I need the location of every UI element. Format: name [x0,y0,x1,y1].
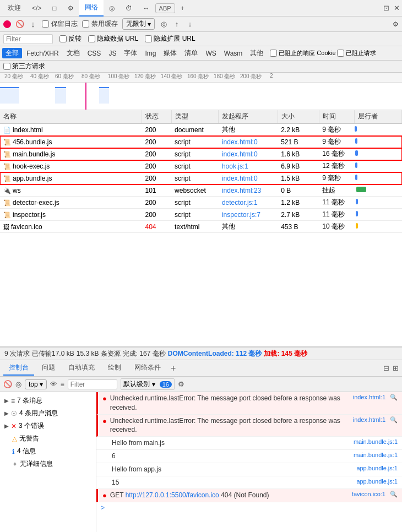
col-time-header[interactable]: 时间 [319,110,354,123]
console-toolbar: 🚫 ◎ top ▾ 👁 ≡ 默认级别 ▾ 16 ⚙ [0,377,402,392]
close-icon[interactable]: ✕ [394,4,400,12]
initiator-link[interactable]: detector.js:1 [222,199,258,207]
disable-cache-checkbox[interactable]: 禁用缓存 [82,19,118,29]
type-js-button[interactable]: JS [105,49,119,58]
undock-icon[interactable]: ⊡ [383,4,389,12]
type-doc-button[interactable]: 文档 [63,48,83,58]
table-row[interactable]: 📜456.bundle.js200scriptindex.html:0521 B… [0,136,402,148]
msg-link-2[interactable]: index.html:1 [353,416,385,423]
type-css-button[interactable]: CSS [84,49,105,58]
upload-icon[interactable]: ↑ [172,20,181,29]
console-clear-icon[interactable]: 🚫 [3,380,12,388]
col-size-header[interactable]: 大小 [278,110,319,123]
type-img-button[interactable]: Img [142,49,159,58]
file-name: detector-exec.js [13,199,59,207]
col-initiator-header[interactable]: 发起程序 [219,110,278,123]
table-row[interactable]: 📜detector-exec.js200scriptdetector.js:11… [0,197,402,209]
sidebar-item-verbose[interactable]: ✦ 无详细信息 [0,458,96,470]
settings-icon[interactable]: ⚙ [393,20,399,28]
tab-abp[interactable]: ABP [155,3,175,13]
anti-filter-cb[interactable]: 反转 [59,34,82,44]
hide-ext-url-cb[interactable]: 隐藏扩展 URL [145,34,195,44]
type-manifest-button[interactable]: 清单 [181,48,201,58]
third-party-cb[interactable]: 第三方请求 [3,62,45,71]
console-filter-input[interactable] [68,379,117,389]
tick-20: 20 毫秒 [4,73,23,80]
msg-link-5[interactable]: app.bundle.js:1 [356,465,398,471]
preserve-log-checkbox[interactable]: 保留日志 [42,19,78,29]
console-tab-main[interactable]: 控制台 [3,361,34,376]
type-font-button[interactable]: 字体 [121,48,140,58]
block-icon[interactable]: ◎ [159,20,168,29]
type-all-button[interactable]: 全部 [2,48,22,58]
filter-input[interactable] [3,34,53,44]
initiator-link[interactable]: inspector.js:7 [222,211,260,219]
console-context-select[interactable]: top ▾ [25,379,47,389]
record-button[interactable] [3,20,11,28]
type-ws-button[interactable]: WS [202,49,219,58]
table-row[interactable]: 📜main.bundle.js200scriptindex.html:01.6 … [0,148,402,160]
expand-icon[interactable]: ⊞ [393,364,399,372]
search-icon-7[interactable]: 🔍 [390,491,398,498]
tab-settings[interactable]: ⚙ [62,1,79,15]
throttle-select[interactable]: 无限制 ▾ [122,18,155,30]
type-media-button[interactable]: 媒体 [160,48,180,58]
add-tab-button[interactable]: + [171,363,176,373]
col-status-header[interactable]: 状态 [142,110,171,123]
blocked-req-cb[interactable]: 已阻止请求 [337,49,376,57]
console-tab-autofill[interactable]: 自动填充 [63,361,100,376]
msg-link-4[interactable]: main.bundle.js:1 [354,452,398,458]
tab-network[interactable]: 网络 [79,0,104,17]
console-filter-icon[interactable]: ◎ [15,380,21,388]
table-row[interactable]: 🖼favicon.ico404text/html其他453 B10 毫秒 [0,221,402,233]
console-eye-icon[interactable]: 👁 [50,380,57,388]
table-row[interactable]: 📜hook-exec.js200scripthook.js:16.9 kB12 … [0,160,402,172]
table-row[interactable]: 🔌ws101websocketindex.html:230 B挂起 [0,184,402,197]
tab-elements[interactable]: □ [47,1,62,15]
console-caret[interactable]: > [96,502,402,513]
table-row[interactable]: 📄index.html200document其他2.2 kB9 毫秒 [0,123,402,136]
msg-link-1[interactable]: index.html:1 [353,394,385,400]
search-icon-2[interactable]: 🔍 [390,416,398,424]
blocked-cookie-cb[interactable]: 已阻止的响应 Cookie [270,49,335,57]
search-icon-1[interactable]: 🔍 [390,394,398,401]
tab-memory[interactable]: ⏱ [120,1,138,15]
sidebar-item-messages[interactable]: ▶ ≡ 7 条消息 [0,394,96,407]
console-level-select[interactable]: 默认级别 ▾ 16 [121,378,175,390]
type-wasm-button[interactable]: Wasm [221,49,246,58]
type-fetch-button[interactable]: Fetch/XHR [23,49,62,58]
msg-link-6[interactable]: app.bundle.js:1 [356,478,398,485]
tab-application[interactable]: ↔ [138,1,155,15]
tab-performance[interactable]: ◎ [104,1,120,15]
col-waterfall-header[interactable]: 层行者 [355,110,402,123]
initiator-link[interactable]: index.html:23 [222,187,261,194]
tab-add[interactable]: + [175,1,190,15]
msg-link-3[interactable]: main.bundle.js:1 [354,438,398,445]
msg-link-7[interactable]: favicon.ico:1 [352,491,385,497]
download-icon[interactable]: ↓ [186,20,194,29]
table-row[interactable]: 📜app.bundle.js200scriptindex.html:01.5 k… [0,172,402,184]
sidebar-item-warnings[interactable]: △ 无警告 [0,432,96,445]
console-tab-network-cond[interactable]: 网络条件 [129,361,166,376]
sidebar-item-user[interactable]: ▶ ☉ 4 条用户消息 [0,407,96,420]
sidebar-item-info[interactable]: ℹ 4 信息 [0,445,96,458]
favicon-link[interactable]: http://127.0.0.1:5500/favicon.ico [126,491,219,499]
initiator-link[interactable]: hook.js:1 [222,162,248,170]
tab-code[interactable]: </> [26,1,47,15]
tab-welcome[interactable]: 欢迎 [2,0,26,16]
initiator-link[interactable]: index.html:0 [222,175,258,182]
console-tab-issues[interactable]: 问题 [36,361,61,376]
fetch-icon[interactable]: ↓ [29,20,37,29]
initiator-link[interactable]: index.html:0 [222,150,258,158]
console-tab-draw[interactable]: 绘制 [102,361,127,376]
table-row[interactable]: 📜inspector.js200scriptinspector.js:72.7 … [0,209,402,221]
console-gear-icon[interactable]: ⚙ [178,380,184,388]
initiator-link[interactable]: index.html:0 [222,138,258,146]
split-icon[interactable]: ⊟ [383,364,389,372]
sidebar-item-errors[interactable]: ▶ ✕ 3 个错误 [0,420,96,432]
clear-button[interactable]: 🚫 [15,20,24,29]
col-type-header[interactable]: 类型 [171,110,219,123]
col-name-header[interactable]: 名称 [0,110,142,123]
hide-data-url-cb[interactable]: 隐藏数据 URL [88,34,138,44]
type-other-button[interactable]: 其他 [247,48,267,58]
